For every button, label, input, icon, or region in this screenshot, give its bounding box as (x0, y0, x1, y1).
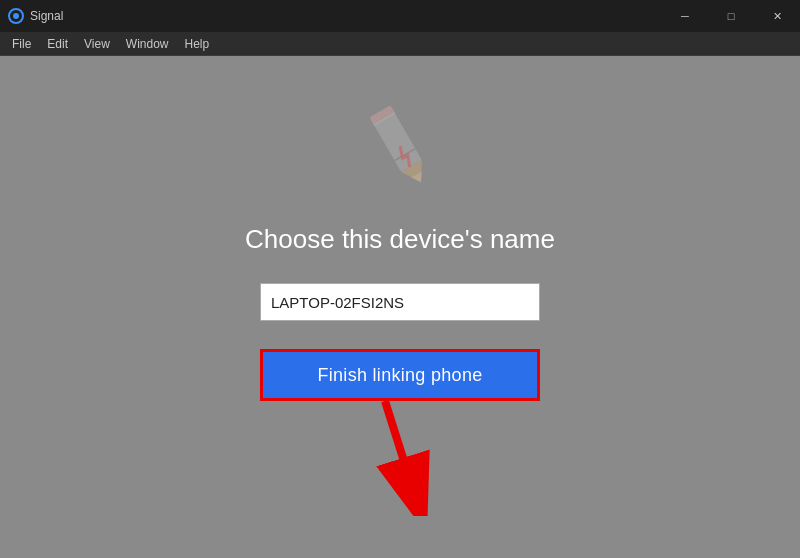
red-arrow (360, 396, 440, 516)
title-bar: Signal ─ □ ✕ (0, 0, 800, 32)
content-area: Choose this device's name Finish linking… (0, 56, 800, 558)
close-button[interactable]: ✕ (754, 0, 800, 32)
device-name-input[interactable] (260, 283, 540, 321)
pencil-icon (350, 96, 450, 196)
signal-icon (8, 8, 24, 24)
minimize-button[interactable]: ─ (662, 0, 708, 32)
window-frame: Signal ─ □ ✕ File Edit View Window Help (0, 0, 800, 558)
maximize-button[interactable]: □ (708, 0, 754, 32)
menu-window[interactable]: Window (118, 35, 177, 53)
finish-linking-button[interactable]: Finish linking phone (260, 349, 540, 401)
pencil-icon-area (350, 96, 450, 200)
title-bar-controls: ─ □ ✕ (662, 0, 800, 32)
svg-point-1 (13, 13, 19, 19)
menu-edit[interactable]: Edit (39, 35, 76, 53)
page-heading: Choose this device's name (245, 224, 555, 255)
menu-bar: File Edit View Window Help (0, 32, 800, 56)
window-title: Signal (30, 9, 63, 23)
menu-file[interactable]: File (4, 35, 39, 53)
menu-view[interactable]: View (76, 35, 118, 53)
menu-help[interactable]: Help (177, 35, 218, 53)
title-bar-left: Signal (8, 8, 63, 24)
svg-line-9 (385, 401, 415, 496)
